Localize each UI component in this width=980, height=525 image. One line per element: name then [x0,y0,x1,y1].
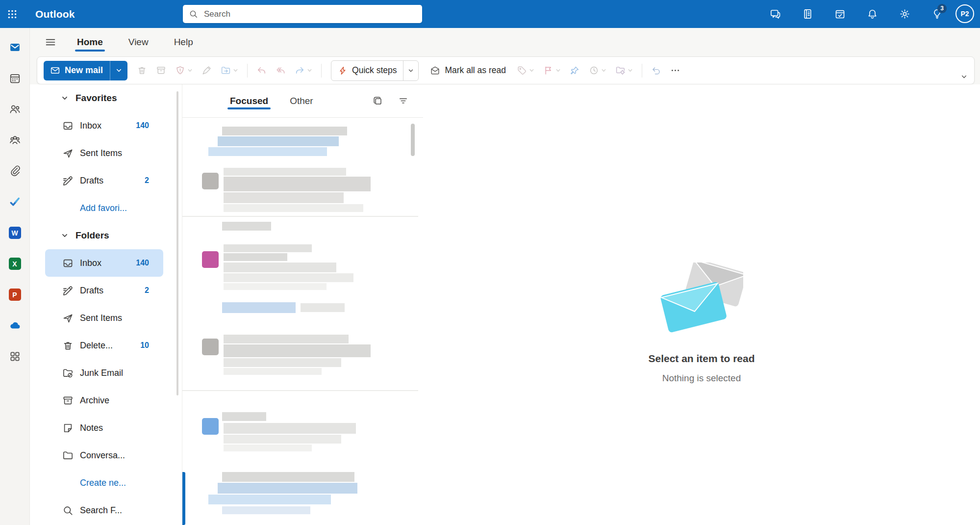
sweep-button[interactable] [197,61,216,80]
rail-item-powerpoint[interactable]: P [0,279,30,310]
folder-label: Sent Items [80,148,122,158]
more-apps-icon [9,350,21,363]
rules-icon [615,65,626,76]
message-list-header: Focused Other [182,84,423,118]
folder-sent-items[interactable]: Sent Items [45,304,163,332]
people-icon [9,103,21,115]
rail-item-word[interactable]: W [0,217,30,248]
send-icon [62,313,74,324]
quick-steps-main[interactable]: Quick steps [331,61,403,80]
flag-icon [543,65,553,76]
tab-other[interactable]: Other [289,89,314,113]
folder-inbox[interactable]: Inbox140 [45,112,163,139]
rail-item-people[interactable] [0,94,30,125]
archive-icon [62,395,74,406]
mark-all-as-read-button[interactable]: Mark all as read [424,61,512,80]
tips-badge: 3 [937,4,947,13]
folder-drafts[interactable]: Drafts2 [45,277,163,304]
filter-button[interactable] [396,94,410,108]
folder-notes[interactable]: Notes [45,414,163,442]
new-mail-main[interactable]: New mail [44,61,110,80]
folder-delete[interactable]: Delete...10 [45,332,163,359]
notifications-button[interactable] [861,3,883,25]
rail-item-calendar[interactable] [0,63,30,94]
folder-label: Drafts [80,286,103,296]
archive-button[interactable] [151,61,171,80]
folder-drafts[interactable]: Drafts2 [45,167,163,194]
link-create-ne[interactable]: Create ne... [45,469,163,497]
settings-button[interactable] [894,3,915,25]
link-label: Add favori... [80,203,127,213]
more-button[interactable] [666,61,685,80]
unread-count: 2 [145,176,149,185]
new-mail-dropdown-button[interactable] [110,61,127,80]
folder-label: Search F... [80,505,122,516]
redacted-text-block [224,273,353,282]
inbox-icon [62,258,74,269]
rail-item-mail[interactable] [0,32,30,63]
new-mail-button[interactable]: New mail [44,61,127,80]
search-bar[interactable] [183,5,422,23]
folder-sent-items[interactable]: Sent Items [45,139,163,167]
account-avatar[interactable]: P2 [955,4,974,23]
tab-help[interactable]: Help [170,32,197,52]
list-scrollbar-thumb[interactable] [411,124,415,156]
new-mail-label: New mail [65,65,103,76]
filter-icon [398,96,408,106]
flag-button[interactable] [539,61,565,80]
app-launcher-button[interactable] [0,0,25,28]
forward-button[interactable] [290,61,317,80]
rail-item-groups[interactable] [0,125,30,156]
rail-item-more-apps[interactable] [0,341,30,372]
rail-item-excel[interactable]: X [0,248,30,279]
reply-all-button[interactable] [271,61,290,80]
toolbar-items: Quick stepsMark all as read [132,60,959,81]
section-label: Folders [75,230,109,241]
more-icon [670,65,680,76]
folder-pane-scrollbar[interactable] [176,91,178,395]
report-button[interactable] [171,61,197,80]
pin-button[interactable] [565,61,584,80]
folder-label: Inbox [80,121,101,131]
tips-button[interactable]: 3 [926,3,948,25]
folder-label: Conversa... [80,450,125,461]
undo-button[interactable] [647,61,666,80]
tab-focused[interactable]: Focused [229,89,269,113]
collapse-ribbon-button[interactable] [959,72,969,82]
folder-junk-email[interactable]: Junk Email [45,359,163,387]
hamburger-menu-button[interactable] [37,31,64,53]
onenote-feed-button[interactable] [797,3,818,25]
select-all-button[interactable] [370,94,385,108]
folder-inbox[interactable]: Inbox140 [45,249,163,277]
tag-button[interactable] [512,61,539,80]
mail-icon [9,41,21,53]
chevron-down-icon [233,68,238,73]
link-add-favori[interactable]: Add favori... [45,194,163,222]
section-header-folders[interactable]: Folders [30,222,182,249]
teams-chat-button[interactable] [764,3,786,25]
folder-conversa[interactable]: Conversa... [45,442,163,469]
folder-archive[interactable]: Archive [45,387,163,414]
my-day-button[interactable] [829,3,851,25]
rail-item-attachments[interactable] [0,156,30,186]
quick-steps-dropdown-button[interactable] [403,61,418,80]
quick-steps-button[interactable]: Quick steps [331,60,419,81]
search-input[interactable] [203,9,416,20]
rules-button[interactable] [611,61,637,80]
snooze-button[interactable] [584,61,611,80]
tab-home[interactable]: Home [73,32,107,52]
link-label: Create ne... [80,478,126,488]
rail-item-onedrive[interactable] [0,310,30,341]
message-list-items[interactable] [182,118,423,525]
tab-view[interactable]: View [125,32,152,52]
folder-label: Sent Items [80,313,122,323]
folder-search-f[interactable]: Search F... [45,497,163,524]
forward-icon [295,65,305,76]
sender-avatar [202,173,219,189]
delete-button[interactable] [132,61,151,80]
redacted-text-block [224,435,341,444]
rail-item-todo[interactable] [0,186,30,217]
move-to-button[interactable] [216,61,243,80]
section-header-favorites[interactable]: Favorites [30,84,182,112]
reply-button[interactable] [252,61,271,80]
